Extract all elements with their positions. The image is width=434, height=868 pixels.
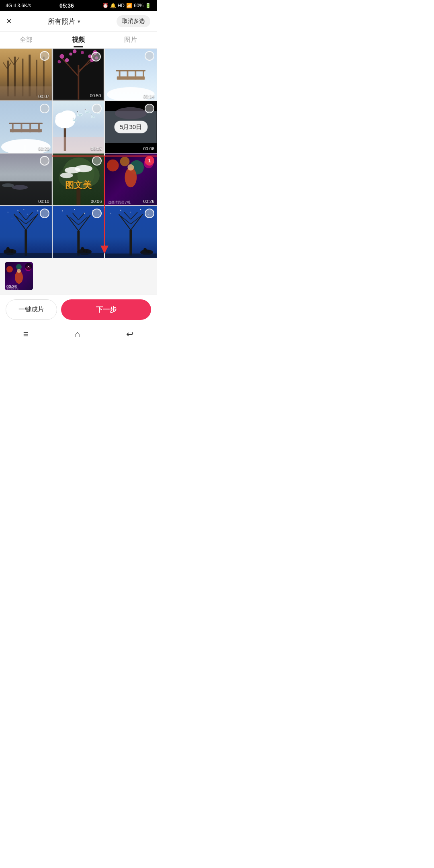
svg-point-69 bbox=[75, 165, 92, 172]
svg-point-59 bbox=[115, 107, 147, 119]
svg-rect-100 bbox=[0, 253, 52, 258]
speed-text: 3.6K/s bbox=[17, 3, 31, 8]
svg-point-24 bbox=[69, 53, 72, 56]
svg-point-83 bbox=[27, 214, 28, 215]
svg-rect-37 bbox=[12, 123, 14, 132]
hd-label: HD bbox=[118, 3, 125, 8]
svg-point-87 bbox=[23, 209, 24, 210]
svg-rect-36 bbox=[10, 129, 42, 132]
album-title: 所有照片 bbox=[48, 17, 75, 26]
media-cell-8[interactable]: 图文美 00:06 bbox=[53, 154, 104, 205]
media-cell-12[interactable] bbox=[105, 206, 157, 258]
preview-close-button[interactable]: × bbox=[25, 263, 32, 270]
svg-point-121 bbox=[121, 210, 121, 211]
svg-point-81 bbox=[8, 212, 8, 213]
svg-text:🦢: 🦢 bbox=[84, 108, 90, 113]
preview-thumb[interactable]: 这些话没了吐 × 00:26 bbox=[5, 262, 33, 290]
duration-2: 00:50 bbox=[90, 93, 101, 98]
svg-rect-30 bbox=[127, 70, 129, 80]
media-cell-6[interactable]: 5月30日 00:06 bbox=[105, 101, 157, 153]
duration-6: 00:06 bbox=[143, 146, 154, 151]
svg-rect-118 bbox=[53, 253, 104, 258]
duration-7: 00:10 bbox=[38, 199, 49, 204]
media-cell-7[interactable]: 00:10 bbox=[0, 154, 52, 205]
svg-point-25 bbox=[73, 49, 77, 53]
svg-rect-38 bbox=[20, 123, 22, 132]
svg-point-62 bbox=[2, 184, 14, 188]
cancel-multi-select-button[interactable]: 取消多选 bbox=[117, 15, 150, 27]
svg-point-123 bbox=[140, 209, 141, 210]
auto-create-button[interactable]: 一键成片 bbox=[6, 299, 57, 320]
status-bar: 4G ıl 3.6K/s 05:36 ⏰ 🔔 HD 📶 60% 🔋 bbox=[0, 0, 157, 11]
status-left: 4G ıl 3.6K/s bbox=[6, 3, 31, 8]
svg-rect-39 bbox=[29, 123, 31, 132]
preview-duration: 00:26 bbox=[6, 285, 17, 289]
select-circle-1[interactable] bbox=[40, 51, 49, 61]
tab-photo[interactable]: 图片 bbox=[124, 36, 137, 46]
svg-text:🦢: 🦢 bbox=[76, 110, 84, 117]
header: × 所有照片 ▾ 取消多选 bbox=[0, 11, 157, 32]
media-cell-1[interactable]: 00:07 bbox=[0, 49, 52, 100]
svg-point-26 bbox=[81, 51, 84, 54]
select-circle-4[interactable] bbox=[40, 104, 49, 113]
svg-point-19 bbox=[57, 60, 61, 63]
status-right: ⏰ 🔔 HD 📶 60% 🔋 bbox=[102, 3, 151, 8]
select-circle-7[interactable] bbox=[40, 156, 49, 166]
svg-point-102 bbox=[62, 211, 63, 211]
svg-point-82 bbox=[17, 210, 18, 211]
svg-text:🦢: 🦢 bbox=[72, 117, 77, 121]
svg-point-122 bbox=[131, 212, 131, 213]
media-cell-9[interactable]: 这些话我没了吐 1 00:26 bbox=[105, 154, 157, 205]
duration-3: 00:14 bbox=[143, 94, 154, 99]
svg-point-117 bbox=[81, 247, 84, 250]
back-icon[interactable]: ↩ bbox=[126, 329, 133, 340]
svg-point-63 bbox=[12, 185, 28, 190]
media-cell-4[interactable]: 00:30 bbox=[0, 101, 52, 153]
chevron-down-icon: ▾ bbox=[78, 18, 80, 25]
media-cell-5[interactable]: 🦢 🦢 🦢 🦢 🦢 00:05 bbox=[53, 101, 104, 153]
duration-9: 00:26 bbox=[143, 199, 154, 204]
duration-4: 00:30 bbox=[38, 146, 49, 151]
duration-8: 00:06 bbox=[91, 199, 102, 204]
svg-point-86 bbox=[12, 218, 12, 219]
media-cell-3[interactable]: 00:14 bbox=[105, 49, 157, 100]
tab-all[interactable]: 全部 bbox=[20, 36, 33, 46]
svg-rect-32 bbox=[143, 70, 144, 80]
svg-rect-40 bbox=[38, 123, 40, 132]
svg-rect-98 bbox=[11, 250, 13, 253]
svg-point-74 bbox=[120, 157, 130, 166]
svg-rect-71 bbox=[76, 186, 80, 205]
header-title[interactable]: 所有照片 ▾ bbox=[48, 17, 80, 26]
media-grid: 00:07 00: bbox=[0, 49, 157, 258]
svg-point-143 bbox=[16, 264, 22, 270]
svg-rect-31 bbox=[135, 70, 137, 80]
media-cell-2[interactable]: 00:50 bbox=[53, 49, 104, 100]
svg-text:🦢: 🦢 bbox=[90, 113, 96, 118]
svg-rect-134 bbox=[148, 250, 149, 253]
close-button[interactable]: × bbox=[6, 16, 12, 27]
battery-icon: 🔋 bbox=[145, 3, 151, 8]
selected-preview-bar: 这些话没了吐 × 00:26 bbox=[0, 258, 157, 294]
time-text: 05:36 bbox=[59, 2, 74, 9]
svg-point-135 bbox=[143, 248, 147, 251]
svg-rect-136 bbox=[105, 254, 157, 258]
media-cell-10[interactable] bbox=[0, 206, 52, 258]
menu-icon[interactable]: ≡ bbox=[23, 329, 29, 340]
svg-point-84 bbox=[37, 210, 39, 211]
select-circle-12[interactable] bbox=[145, 209, 154, 218]
select-circle-3[interactable] bbox=[145, 51, 154, 61]
select-circle-5[interactable] bbox=[92, 104, 102, 113]
tab-video[interactable]: 视频 bbox=[72, 36, 85, 46]
alarm-icon: ⏰ bbox=[102, 3, 108, 8]
svg-point-120 bbox=[111, 213, 111, 214]
select-circle-6[interactable] bbox=[145, 104, 154, 113]
svg-rect-28 bbox=[117, 76, 145, 80]
home-icon[interactable]: ⌂ bbox=[75, 329, 80, 340]
duration-1: 00:07 bbox=[38, 94, 49, 99]
next-step-button[interactable]: 下一步 bbox=[61, 299, 151, 320]
media-cell-11[interactable] bbox=[53, 206, 104, 258]
action-bar: 一键成片 下一步 bbox=[0, 294, 157, 325]
select-circle-10[interactable] bbox=[40, 209, 49, 218]
svg-rect-43 bbox=[24, 145, 26, 153]
battery-text: 60% bbox=[134, 3, 143, 8]
